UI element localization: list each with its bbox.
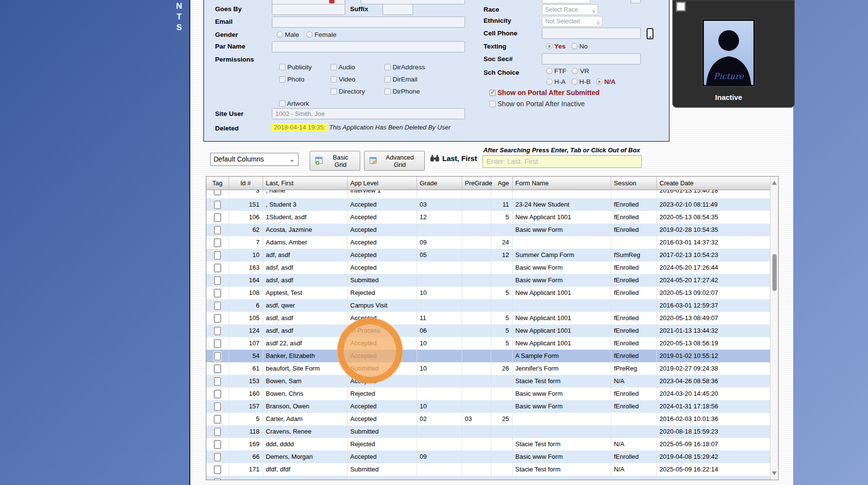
table-row[interactable]: 54Banker, ElizabethAcceptedA Sample Form…: [206, 350, 770, 362]
scrollbar-thumb[interactable]: [772, 254, 777, 291]
tag-checkbox[interactable]: [214, 213, 221, 222]
artwork-checkbox[interactable]: [279, 100, 285, 107]
suffix-input[interactable]: [383, 4, 413, 15]
diremail-checkbox[interactable]: [384, 76, 391, 82]
cutoff-small-box[interactable]: [631, 0, 641, 3]
video-checkbox[interactable]: [331, 76, 337, 82]
email-input[interactable]: [272, 16, 465, 28]
tag-checkbox[interactable]: [214, 251, 221, 259]
show-portal-inactive-checkbox[interactable]: [489, 101, 496, 107]
col-header-applevel[interactable]: App Level: [347, 177, 417, 190]
soc-sec-input[interactable]: [542, 53, 641, 65]
tag-checkbox[interactable]: [214, 377, 221, 386]
cutoff-input-right[interactable]: [361, 0, 465, 4]
col-header-grade[interactable]: Grade: [417, 177, 462, 190]
scroll-down-icon[interactable]: [772, 471, 777, 475]
col-header-tag[interactable]: Tag: [206, 177, 229, 190]
publicity-checkbox[interactable]: [279, 64, 285, 70]
tag-checkbox[interactable]: [214, 440, 221, 449]
table-row[interactable]: 5Carter, AdamAccepted0203252016-02-03 10…: [206, 413, 770, 425]
tag-checkbox[interactable]: [214, 289, 221, 297]
tag-checkbox[interactable]: [214, 190, 221, 195]
table-row[interactable]: 164adsf, asdfSubmittedBasic www FormfEnr…: [206, 274, 770, 287]
advanced-grid-button[interactable]: Advanced Grid: [364, 151, 425, 171]
tag-checkbox[interactable]: [214, 264, 221, 272]
tag-checkbox[interactable]: [214, 226, 221, 234]
site-user-input[interactable]: [272, 108, 465, 119]
sch-choice-na-radio[interactable]: [596, 79, 602, 85]
photo-select-checkbox[interactable]: [677, 2, 685, 11]
table-row[interactable]: 3, nameInterview 12016-01-13 15:40:18: [206, 190, 770, 198]
diraddress-checkbox[interactable]: [384, 64, 391, 70]
par-name-input[interactable]: [272, 41, 465, 52]
col-header-formname[interactable]: Form Name: [512, 177, 611, 190]
tag-checkbox[interactable]: [214, 390, 221, 398]
goes-by-input[interactable]: [272, 4, 345, 15]
sch-choice-hb-radio[interactable]: [571, 79, 578, 85]
tag-checkbox[interactable]: [214, 403, 221, 411]
sort-indicator[interactable]: Last, First: [430, 154, 477, 162]
search-input[interactable]: [483, 155, 642, 168]
table-row[interactable]: 160Bowen, ChrisRejectedBasic www FormfEn…: [206, 388, 770, 400]
tag-checkbox[interactable]: [214, 365, 221, 373]
table-row[interactable]: 107asdf 22, asdfAccepted105New Applicant…: [206, 337, 770, 350]
col-header-age[interactable]: Age: [491, 177, 512, 190]
sch-choice-vr-radio[interactable]: [572, 68, 578, 74]
tag-checkbox[interactable]: [214, 352, 221, 360]
tag-checkbox[interactable]: [214, 340, 221, 348]
tag-checkbox[interactable]: [214, 314, 221, 323]
tag-checkbox[interactable]: [214, 428, 221, 436]
tag-checkbox[interactable]: [214, 276, 221, 285]
texting-no-radio[interactable]: [571, 43, 578, 49]
tag-checkbox[interactable]: [214, 327, 221, 335]
table-row[interactable]: 124asdf, asdfIn Process065New Applicant …: [206, 324, 770, 337]
audio-checkbox[interactable]: [331, 64, 337, 70]
col-header-lastfirst[interactable]: Last, First: [263, 177, 347, 190]
dirphone-checkbox[interactable]: [384, 88, 391, 95]
ethnicity-select[interactable]: Not Selected∨: [542, 16, 602, 27]
tag-checkbox[interactable]: [214, 478, 221, 480]
directory-checkbox[interactable]: [331, 88, 337, 95]
table-row[interactable]: 153Bowen, SamAcceptedStacie Test formN/A…: [206, 375, 770, 388]
tag-checkbox[interactable]: [214, 239, 221, 247]
scroll-up-icon[interactable]: [772, 181, 777, 185]
table-row[interactable]: 157Branson, OwenAccepted10Basic www Form…: [206, 400, 770, 413]
sch-choice-ftf-radio[interactable]: [546, 68, 552, 74]
table-row[interactable]: 10adf, asdfAccepted0512Summer Camp Formf…: [206, 249, 770, 261]
tag-checkbox[interactable]: [214, 201, 221, 209]
table-row[interactable]: 103Dheu, DhduAccepted015New Applicant 10…: [206, 476, 770, 481]
table-row[interactable]: 151, Student 3Accepted031123-24 New Stud…: [206, 198, 770, 211]
sch-choice-ha-radio[interactable]: [546, 79, 552, 85]
tag-checkbox[interactable]: [214, 302, 221, 310]
vertical-scrollbar[interactable]: [770, 177, 778, 480]
table-row[interactable]: 66Demers, MorganAccepted09Basic www Form…: [206, 451, 770, 463]
table-row[interactable]: 118Cravens, ReneeSubmitted2020-08-18 15:…: [206, 425, 770, 438]
table-row[interactable]: 169ddd, ddddRejectedStacie Test formN/A2…: [206, 438, 770, 451]
col-header-id[interactable]: Id #: [229, 177, 263, 190]
gender-male-radio[interactable]: [277, 32, 283, 38]
table-row[interactable]: 61beaufort, Site FormSubmitted1026Jennif…: [206, 362, 770, 375]
table-row[interactable]: 163adsf, asdfAcceptedBasic www FormfEnro…: [206, 261, 770, 274]
table-row[interactable]: 171dfdf, dfdfSubmittedStacie Test formN/…: [206, 463, 770, 476]
col-header-session[interactable]: Session: [611, 177, 656, 190]
table-row[interactable]: 62Acosta, JazmineAcceptedBasic www Formf…: [206, 224, 770, 236]
race-select[interactable]: Select Race∨: [542, 4, 598, 15]
photo-checkbox[interactable]: [279, 76, 285, 82]
columns-select[interactable]: Default Columns ⌄: [210, 153, 299, 166]
table-row[interactable]: 108Apptest, TestRejected105New Applicant…: [206, 287, 770, 299]
show-portal-submitted-checkbox[interactable]: [489, 90, 496, 96]
col-header-pregrade[interactable]: PreGrade: [462, 177, 491, 190]
tag-checkbox[interactable]: [214, 415, 221, 423]
table-row[interactable]: 6asdf, qwerCampus Visit2016-03-01 12:59:…: [206, 299, 770, 312]
cutoff-select[interactable]: [542, 0, 590, 3]
tag-checkbox[interactable]: [214, 453, 221, 461]
basic-grid-button[interactable]: Basic Grid: [310, 151, 360, 171]
cell-phone-input[interactable]: [542, 28, 641, 39]
texting-yes-radio[interactable]: [546, 43, 552, 49]
table-row[interactable]: 1061Student, asdfAccepted125New Applican…: [206, 211, 770, 224]
col-header-createdate[interactable]: Create Date: [656, 177, 770, 190]
gender-female-radio[interactable]: [306, 32, 313, 38]
table-row[interactable]: 7Adams, AmberAccepted09242016-03-01 14:3…: [206, 236, 770, 249]
mobile-phone-icon[interactable]: [647, 28, 653, 39]
table-row[interactable]: 105asdf, asdfAccepted115New Applicant 10…: [206, 312, 770, 324]
